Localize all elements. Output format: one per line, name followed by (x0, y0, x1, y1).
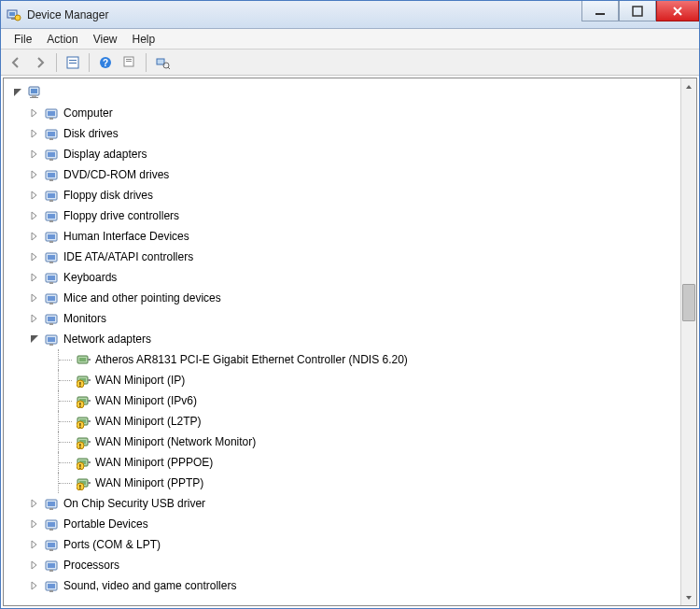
tree-device[interactable]: Atheros AR8131 PCI-E Gigabit Ethernet Co… (7, 349, 680, 370)
tree-category[interactable]: IDE ATA/ATAPI controllers (7, 247, 680, 267)
tree-category[interactable]: Sound, video and game controllers (7, 575, 680, 596)
expand-icon[interactable] (28, 106, 41, 120)
category-label: Monitors (63, 312, 106, 325)
tree-category[interactable]: Computer (7, 103, 680, 123)
expand-icon[interactable] (28, 189, 41, 202)
tree-category[interactable]: DVD/CD-ROM drives (7, 164, 680, 185)
svg-rect-71 (88, 420, 91, 422)
scroll-thumb[interactable] (682, 284, 695, 321)
scan-button[interactable] (119, 51, 141, 74)
svg-rect-30 (48, 173, 55, 177)
svg-text:!: ! (79, 484, 81, 490)
svg-rect-18 (32, 95, 36, 97)
tree-device[interactable]: !WAN Miniport (IPv6) (7, 390, 680, 411)
svg-rect-48 (48, 296, 55, 301)
tree-device[interactable]: !WAN Miniport (PPPOE) (7, 452, 680, 473)
tree-category[interactable]: Floppy disk drives (7, 185, 680, 205)
svg-text:!: ! (79, 402, 81, 408)
computer-icon (28, 85, 43, 100)
menu-view[interactable]: View (86, 31, 125, 48)
svg-rect-14 (157, 59, 164, 64)
category-icon (45, 229, 60, 244)
category-icon (45, 126, 60, 141)
expand-icon[interactable] (28, 291, 41, 304)
svg-rect-4 (595, 13, 605, 15)
properties-button[interactable] (62, 51, 84, 74)
svg-text:!: ! (79, 463, 81, 470)
tree-category[interactable]: Display adapters (7, 144, 680, 164)
device-label: WAN Miniport (L2TP) (95, 415, 202, 428)
category-label: Sound, video and game controllers (63, 579, 236, 592)
scroll-down-arrow[interactable] (681, 589, 696, 605)
category-label: Portable Devices (63, 517, 148, 531)
category-icon (45, 311, 60, 326)
svg-rect-22 (49, 118, 53, 120)
back-button[interactable] (5, 51, 27, 74)
tree-category[interactable]: Floppy drive controllers (7, 205, 680, 226)
tree-category[interactable]: Disk drives (7, 123, 680, 144)
tree-category[interactable]: Processors (7, 555, 680, 575)
app-icon (7, 7, 21, 22)
tree-category[interactable]: Network adapters (7, 329, 680, 349)
tree-device[interactable]: !WAN Miniport (Network Monitor) (7, 432, 680, 452)
expand-icon[interactable] (28, 209, 41, 222)
show-hidden-button[interactable] (151, 51, 174, 74)
help-button[interactable]: ? (94, 51, 117, 74)
svg-rect-86 (88, 482, 91, 484)
svg-rect-76 (88, 441, 91, 443)
expand-icon[interactable] (28, 517, 41, 531)
svg-rect-102 (48, 584, 55, 588)
scroll-up-arrow[interactable] (681, 78, 696, 94)
tree-category[interactable]: Portable Devices (7, 514, 680, 534)
collapse-icon[interactable] (11, 86, 24, 99)
expand-icon[interactable] (28, 312, 41, 325)
tree-category[interactable]: On Chip Security USB driver (7, 493, 680, 514)
collapse-icon[interactable] (28, 333, 41, 346)
svg-rect-24 (48, 132, 55, 136)
tree-category[interactable]: Mice and other pointing devices (7, 288, 680, 308)
expand-icon[interactable] (28, 250, 41, 263)
category-icon (45, 537, 60, 552)
tree-root[interactable] (7, 82, 680, 103)
expand-icon[interactable] (28, 148, 41, 161)
tree-category[interactable]: Ports (COM & LPT) (7, 534, 680, 555)
category-label: Floppy disk drives (63, 189, 153, 202)
expand-icon[interactable] (28, 271, 41, 284)
svg-rect-58 (88, 359, 91, 361)
minimize-button[interactable] (581, 1, 619, 21)
expand-icon[interactable] (28, 168, 41, 181)
menu-action[interactable]: Action (39, 31, 85, 48)
svg-rect-8 (69, 63, 77, 64)
expand-icon[interactable] (28, 497, 41, 510)
svg-rect-13 (126, 61, 132, 62)
expand-icon[interactable] (28, 127, 41, 140)
svg-rect-49 (49, 303, 53, 304)
tree-device[interactable]: !WAN Miniport (IP) (7, 370, 680, 390)
svg-rect-81 (88, 461, 91, 463)
tree-category[interactable]: Monitors (7, 308, 680, 329)
svg-rect-51 (48, 317, 55, 321)
svg-text:!: ! (79, 422, 81, 429)
expand-icon[interactable] (28, 538, 41, 551)
category-label: Disk drives (63, 127, 119, 140)
expand-icon[interactable] (28, 230, 41, 243)
expand-icon[interactable] (28, 579, 41, 592)
svg-rect-57 (79, 358, 86, 361)
tree-device[interactable]: !WAN Miniport (L2TP) (7, 411, 680, 432)
menu-file[interactable]: File (7, 31, 39, 48)
title-bar[interactable]: Device Manager (1, 1, 699, 29)
maximize-button[interactable] (619, 1, 656, 21)
tree-category[interactable]: Keyboards (7, 267, 680, 288)
tree-category[interactable]: Human Interface Devices (7, 226, 680, 247)
category-label: Mice and other pointing devices (63, 291, 221, 304)
tree-device[interactable]: !WAN Miniport (PPTP) (7, 473, 680, 493)
forward-button[interactable] (29, 51, 51, 74)
toolbar-separator (56, 53, 57, 72)
vertical-scrollbar[interactable] (680, 78, 696, 605)
device-tree[interactable]: ComputerDisk drivesDisplay adaptersDVD/C… (4, 78, 680, 605)
menu-help[interactable]: Help (125, 31, 163, 48)
network-adapter-warning-icon: ! (77, 475, 91, 490)
close-button[interactable] (656, 1, 699, 21)
expand-icon[interactable] (28, 559, 41, 572)
svg-rect-91 (49, 508, 53, 510)
